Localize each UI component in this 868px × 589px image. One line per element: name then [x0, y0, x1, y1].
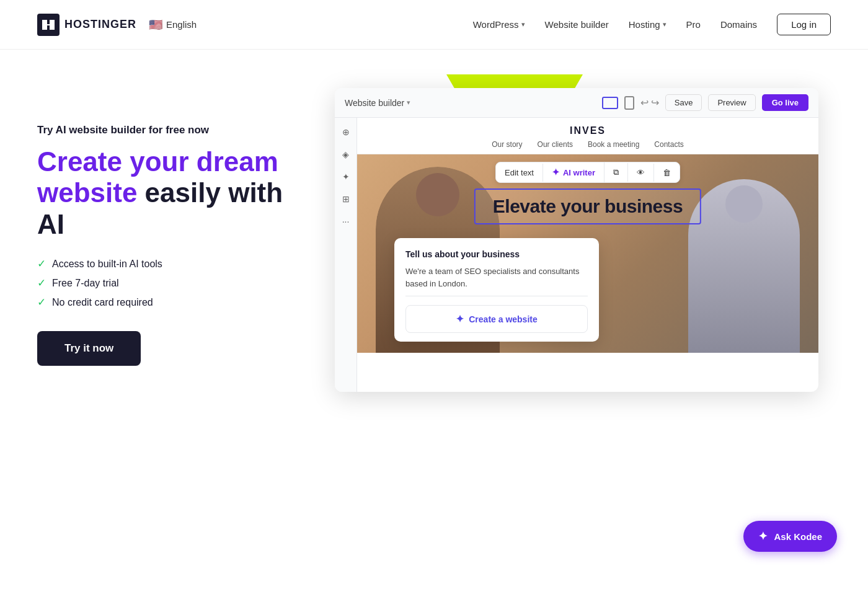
browser-bar-left: Website builder ▾ [345, 98, 410, 108]
list-item: ✓ No credit card required [37, 296, 310, 309]
person-right [688, 179, 800, 353]
grid-tool-icon[interactable]: ⊞ [339, 192, 353, 206]
logo[interactable]: HOSTINGER [37, 14, 136, 36]
hero-section: Try AI website builder for free now Crea… [37, 105, 310, 366]
site-brand: INVES [357, 125, 818, 136]
list-item: ✓ Free 7-day trial [37, 277, 310, 290]
kodee-icon: ✦ [758, 529, 768, 543]
site-hero: Edit text ✦ AI writer ⧉ 👁 [357, 154, 818, 353]
check-icon: ✓ [37, 257, 46, 270]
browser-mockup: Website builder ▾ ↩ ↪ Save Preview Go li… [335, 88, 818, 392]
create-website-button[interactable]: ✦ Create a website [405, 305, 588, 333]
hero-title: Create your dreamwebsite easily with AI [37, 146, 310, 241]
more-tool-icon[interactable]: ··· [339, 215, 353, 228]
hero-subtitle: Try AI website builder for free now [37, 124, 310, 136]
edit-text-label: Edit text [505, 168, 534, 177]
trash-icon: 🗑 [663, 168, 671, 177]
site-nav-book-meeting[interactable]: Book a meeting [588, 140, 639, 149]
edit-text-button[interactable]: Edit text [496, 164, 543, 182]
ai-tool-icon[interactable]: ✦ [339, 170, 353, 184]
site-nav-our-clients[interactable]: Our clients [538, 140, 573, 149]
nav-wordpress[interactable]: WordPress ▾ [473, 19, 525, 30]
delete-button[interactable]: 🗑 [654, 164, 680, 182]
try-it-now-button[interactable]: Try it now [37, 331, 141, 366]
ask-kodee-button[interactable]: ✦ Ask Kodee [743, 521, 837, 552]
desktop-view-button[interactable] [602, 97, 618, 109]
copy-button[interactable]: ⧉ [604, 163, 628, 182]
preview-button[interactable]: Preview [708, 94, 755, 111]
kodee-label: Ask Kodee [774, 531, 822, 542]
language-label: English [166, 19, 197, 30]
list-item: ✓ Access to built-in AI tools [37, 257, 310, 270]
edit-toolbar: Edit text ✦ AI writer ⧉ 👁 [495, 162, 680, 183]
browser-bar-right: ↩ ↪ Save Preview Go live [602, 94, 808, 111]
eye-icon: 👁 [637, 168, 645, 177]
login-button[interactable]: Log in [777, 14, 831, 35]
add-tool-icon[interactable]: ⊕ [339, 125, 353, 139]
sidebar-tools: ⊕ ◈ ✦ ⊞ ··· [335, 118, 357, 392]
site-nav-links: Our story Our clients Book a meeting Con… [357, 140, 818, 149]
builder-label: Website builder [345, 98, 404, 108]
language-selector[interactable]: 🇺🇸 English [149, 18, 197, 32]
undo-button[interactable]: ↩ [640, 97, 649, 108]
browser-bar: Website builder ▾ ↩ ↪ Save Preview Go li… [335, 88, 818, 118]
check-icon: ✓ [37, 277, 46, 290]
chevron-down-icon: ▾ [521, 20, 525, 29]
undo-redo-group: ↩ ↪ [640, 97, 659, 108]
save-button[interactable]: Save [665, 94, 702, 111]
nav-domains[interactable]: Domains [720, 19, 757, 30]
builder-dropdown[interactable]: Website builder ▾ [345, 98, 410, 108]
site-nav-our-story[interactable]: Our story [492, 140, 522, 149]
mobile-view-button[interactable] [624, 96, 634, 110]
nav-website-builder[interactable]: Website builder [545, 19, 609, 30]
nav-hosting[interactable]: Hosting ▾ [629, 19, 666, 30]
eye-button[interactable]: 👁 [628, 164, 654, 182]
tell-us-title: Tell us about your business [405, 249, 588, 259]
main-content: Try AI website builder for free now Crea… [0, 50, 868, 397]
main-nav: WordPress ▾ Website builder Hosting ▾ Pr… [473, 14, 831, 35]
create-star-icon: ✦ [456, 313, 464, 325]
site-nav-contacts[interactable]: Contacts [654, 140, 683, 149]
logo-text: HOSTINGER [64, 18, 136, 31]
chevron-down-icon-builder: ▾ [407, 99, 410, 107]
nav-pro[interactable]: Pro [686, 19, 701, 30]
chevron-down-icon-hosting: ▾ [663, 20, 666, 29]
feature-2: Free 7-day trial [52, 278, 119, 289]
ai-writer-label: AI writer [563, 168, 595, 177]
hero-text-selected-box[interactable]: Elevate your business [474, 188, 701, 224]
tell-us-body: We're a team of SEO specialists and cons… [405, 265, 588, 296]
create-website-label: Create a website [469, 314, 538, 324]
ai-writer-button[interactable]: ✦ AI writer [543, 162, 604, 182]
website-area: INVES Our story Our clients Book a meeti… [357, 118, 818, 392]
flag-icon: 🇺🇸 [149, 18, 162, 32]
ai-star-icon: ✦ [552, 167, 560, 178]
tell-us-card: Tell us about your business We're a team… [394, 238, 599, 342]
redo-button[interactable]: ↪ [651, 97, 659, 108]
copy-icon: ⧉ [613, 167, 619, 177]
header-left: HOSTINGER 🇺🇸 English [37, 14, 197, 36]
header: HOSTINGER 🇺🇸 English WordPress ▾ Website… [0, 0, 868, 50]
site-hero-heading: Elevate your business [493, 196, 683, 216]
layers-tool-icon[interactable]: ◈ [339, 148, 353, 161]
site-nav: INVES Our story Our clients Book a meeti… [357, 118, 818, 154]
logo-icon [37, 14, 60, 36]
features-list: ✓ Access to built-in AI tools ✓ Free 7-d… [37, 257, 310, 309]
feature-1: Access to built-in AI tools [52, 259, 162, 270]
feature-3: No credit card required [52, 297, 153, 308]
go-live-button[interactable]: Go live [762, 94, 808, 111]
website-content: ⊕ ◈ ✦ ⊞ ··· INVES Our story Our clients … [335, 118, 818, 392]
browser-mockup-container: Website builder ▾ ↩ ↪ Save Preview Go li… [335, 74, 831, 397]
check-icon: ✓ [37, 296, 46, 309]
